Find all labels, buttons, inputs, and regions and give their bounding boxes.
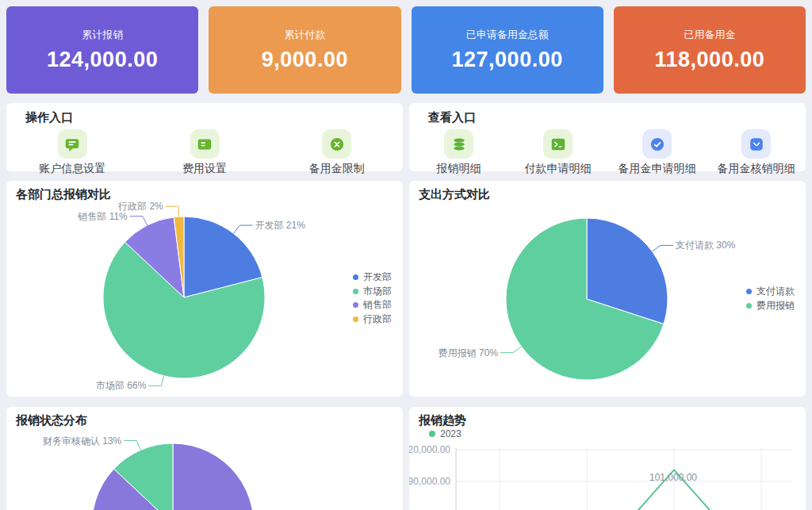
legend-label: 支付请款 [756,285,795,298]
pie-label: 费用报销 70% [439,347,499,359]
pie-label: 开发部 21% [255,220,306,231]
entry-item-circle-x[interactable]: 备用金限制 [270,129,403,176]
entry-item-label: 备用金核销明细 [718,162,795,176]
legend-dot [746,303,752,309]
pie-label-line [130,217,147,226]
stat-card-total-payment: 累计付款 9,000.00 [209,6,400,94]
legend-item-支付请款[interactable]: 支付请款 [746,285,795,299]
card-icon [190,129,220,159]
pie-label: 市场部 66% [96,380,147,391]
legend-label: 开发部 [363,270,392,284]
stat-value: 124,000.00 [47,48,158,72]
entry-row: 操作入口 账户信息设置费用设置备用金限制 查看入口 报销明细付款申请明细备用金申… [6,103,806,171]
pie-label: 财务审核确认 13% [43,435,122,447]
operation-entry-items: 账户信息设置费用设置备用金限制 [6,129,403,176]
view-entry-items: 报销明细付款申请明细备用金申请明细备用金核销明细 [409,129,806,176]
stat-card-row: 累计报销 124,000.00 累计付款 9,000.00 已申请备用金总额 1… [6,6,806,94]
stat-label: 累计报销 [82,28,123,42]
entry-item-message[interactable]: 账户信息设置 [6,129,139,176]
entry-item-label: 报销明细 [437,162,481,176]
panel-title: 查看入口 [428,110,806,125]
chart-legend: 2023 [429,428,462,440]
stat-card-total-reimbursement: 累计报销 124,000.00 [6,6,198,94]
panel-title: 报销状态分布 [16,413,87,428]
legend-label: 行政部 [363,313,392,326]
check-circle-icon [642,129,672,159]
panel-title: 支出方式对比 [419,187,490,201]
trend-line-chart: 120,000.0090,000.00101,000.002023 [409,407,806,510]
finance-dashboard-page: 累计报销 124,000.00 累计付款 9,000.00 已申请备用金总额 1… [0,0,812,510]
pie-label-line [653,245,674,251]
entry-item-label: 备用金限制 [309,162,365,176]
entry-item-label: 付款申请明细 [525,162,592,176]
wave-icon [741,129,771,159]
pie-label-line [500,347,522,353]
chart-row-2: 报销状态分布 财务审核确认 13% 报销趋势 120,000.0090,000.… [6,407,806,510]
entry-item-database[interactable]: 报销明细 [409,129,508,176]
legend-label: 销售部 [363,298,392,312]
stat-value: 127,000.00 [452,48,563,72]
legend-item-2023[interactable]: 2023 [429,428,462,440]
legend-dot [353,289,358,294]
stat-label: 已用备用金 [684,28,735,42]
y-axis-tick-label: 120,000.00 [409,444,450,455]
stat-label: 已申请备用金总额 [466,28,549,42]
stat-value: 9,000.00 [262,48,348,72]
legend-dot [746,289,752,294]
legend-item-费用报销[interactable]: 费用报销 [746,299,795,313]
pie-label: 行政部 2% [118,201,163,212]
panel-title: 各部门总报销对比 [16,187,111,201]
legend-item-销售部[interactable]: 销售部 [353,298,392,313]
entry-item-check-circle[interactable]: 备用金申请明细 [607,129,707,176]
legend-label: 费用报销 [756,299,795,313]
entry-item-wave[interactable]: 备用金核销明细 [707,129,806,176]
spend-method-pie-panel: 支出方式对比 支付请款 30%费用报销 70%支付请款费用报销 [409,181,806,397]
dept-reimbursement-pie-panel: 各部门总报销对比 开发部 21%市场部 66%销售部 11%行政部 2%开发部市… [6,181,403,397]
pie-svg: 开发部 21%市场部 66%销售部 11%行政部 2% [6,181,403,397]
legend-dot [353,316,358,322]
legend-item-开发部[interactable]: 开发部 [353,270,392,285]
panel-title: 报销趋势 [419,413,466,428]
legend-dot [353,274,358,280]
spend-pie-chart: 支付请款 30%费用报销 70%支付请款费用报销 [409,181,806,397]
entry-item-label: 备用金申请明细 [619,162,696,176]
entry-item-label: 费用设置 [182,162,227,176]
message-icon [58,129,87,159]
legend-item-行政部[interactable]: 行政部 [353,313,392,327]
legend-label: 市场部 [363,285,392,298]
pie-label-line [124,441,140,451]
pie-label-line [148,376,163,386]
chart-legend: 开发部市场部销售部行政部 [353,270,392,326]
pie-label-line [234,225,253,233]
trend-line-panel: 报销趋势 120,000.0090,000.00101,000.002023 [409,407,806,510]
terminal-icon [543,129,573,159]
legend-dot [353,302,358,308]
database-icon [444,129,473,159]
pie-label-line [166,206,179,217]
line-svg: 120,000.0090,000.00101,000.00 [409,407,806,510]
entry-item-terminal[interactable]: 付款申请明细 [508,129,607,176]
panel-title: 操作入口 [25,110,403,125]
stat-card-petty-cash-used: 已用备用金 118,000.00 [614,6,806,94]
legend-label: 2023 [440,428,462,439]
chart-row-1: 各部门总报销对比 开发部 21%市场部 66%销售部 11%行政部 2%开发部市… [6,181,806,397]
operation-entry-panel: 操作入口 账户信息设置费用设置备用金限制 [6,103,403,171]
entry-item-card[interactable]: 费用设置 [139,129,271,176]
view-entry-panel: 查看入口 报销明细付款申请明细备用金申请明细备用金核销明细 [409,103,806,171]
stat-card-petty-cash-applied: 已申请备用金总额 127,000.00 [412,6,603,94]
legend-item-市场部[interactable]: 市场部 [353,285,392,299]
data-point-label: 101,000.00 [649,472,697,483]
pie-label: 支付请款 30% [676,240,736,251]
stat-value: 118,000.00 [655,48,765,72]
status-pie-panel: 报销状态分布 财务审核确认 13% [6,407,403,510]
legend-dot [429,431,435,437]
stat-label: 累计付款 [284,28,325,42]
dept-pie-chart: 开发部 21%市场部 66%销售部 11%行政部 2%开发部市场部销售部行政部 [6,181,403,397]
y-axis-tick-label: 90,000.00 [409,476,450,487]
circle-x-icon [322,129,351,159]
grid-lines [456,448,791,510]
entry-item-label: 账户信息设置 [39,162,105,176]
chart-legend: 支付请款费用报销 [746,285,795,313]
pie-label: 销售部 11% [77,211,128,222]
